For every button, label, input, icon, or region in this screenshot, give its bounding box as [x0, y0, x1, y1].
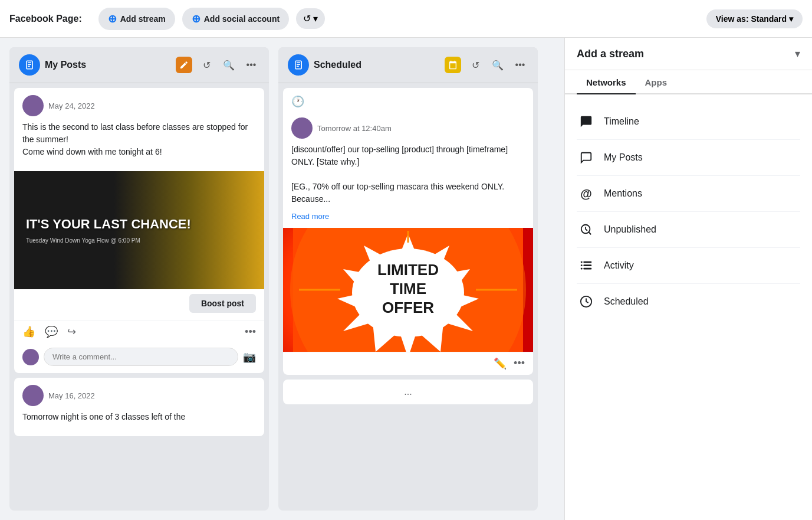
my-posts-body: May 24, 2022 This is the second to last …	[9, 83, 269, 511]
activity-icon	[577, 256, 596, 275]
view-as-button[interactable]: View as: Standard ▾	[706, 9, 803, 28]
svg-rect-15	[581, 268, 583, 270]
calendar-icon[interactable]	[445, 57, 461, 73]
scheduled-body: 🕐 Tomorrow at 12:40am [discount/offer] o…	[278, 83, 538, 511]
timeline-label: Timeline	[604, 116, 639, 127]
refresh-scheduled-icon[interactable]: ↺	[467, 57, 484, 73]
scheduled-list-label: Scheduled	[604, 296, 649, 307]
post-image-container: IT'S YOUR LAST CHANCE! Tuesday Wind Down…	[14, 171, 264, 289]
scheduled-post-footer: ✏️ •••	[283, 352, 533, 375]
my-posts-column: My Posts ↺ 🔍 •••	[9, 47, 269, 511]
add-social-account-button[interactable]: ⊕ Add social account	[182, 8, 289, 30]
tabs-row: Networks Apps	[565, 70, 812, 94]
mentions-label: Mentions	[604, 188, 642, 199]
svg-text:LIMITED: LIMITED	[377, 261, 439, 279]
stream-list-item-my-posts[interactable]: My Posts	[577, 140, 800, 176]
streams-area: My Posts ↺ 🔍 •••	[0, 38, 564, 520]
scheduled-column: Scheduled ↺ 🔍 ••• 🕐	[278, 47, 538, 511]
svg-rect-14	[583, 264, 591, 266]
scheduled-title: Scheduled	[314, 60, 440, 70]
post-date: May 24, 2022	[48, 102, 95, 110]
search-stream-icon[interactable]: 🔍	[221, 57, 237, 73]
ellipsis-bar: ...	[283, 380, 533, 404]
page-title: Facebook Page:	[9, 14, 82, 24]
stream-list-item-timeline[interactable]: Timeline	[577, 104, 800, 140]
comment-icon[interactable]: 💬	[45, 325, 58, 338]
search-scheduled-icon[interactable]: 🔍	[489, 57, 506, 73]
stream-list-item-scheduled[interactable]: Scheduled	[577, 284, 800, 319]
clock-icon: 🕐	[291, 95, 304, 108]
plus-icon-2: ⊕	[192, 12, 200, 25]
share-icon[interactable]: ↪	[67, 325, 76, 338]
boost-post-button[interactable]: Boost post	[189, 294, 256, 313]
post-actions: 👍 💬 ↪ •••	[14, 320, 264, 343]
scheduled-post-card: 🕐 Tomorrow at 12:40am [discount/offer] o…	[283, 88, 533, 375]
refresh-icon: ↺	[303, 13, 311, 24]
plus-icon: ⊕	[108, 12, 117, 25]
activity-label: Activity	[604, 260, 634, 271]
refresh-stream-icon[interactable]: ↺	[198, 57, 215, 73]
scheduled-more-icon[interactable]: •••	[514, 357, 525, 370]
post-2-meta: May 16, 2022	[22, 385, 256, 406]
post-card-inner: May 24, 2022 This is the second to last …	[14, 88, 264, 171]
post-card-2-inner: May 16, 2022 Tomorrow night is one of 3 …	[14, 378, 264, 436]
unpublished-icon	[577, 220, 596, 239]
scheduled-header: Scheduled ↺ 🔍 •••	[278, 47, 538, 83]
my-posts-stream-icon	[19, 54, 40, 76]
right-panel-header: Add a stream ▾	[565, 38, 812, 70]
my-posts-list-icon	[577, 148, 596, 167]
post-more-icon[interactable]: •••	[245, 326, 256, 338]
right-panel-chevron-icon[interactable]: ▾	[795, 47, 800, 60]
my-posts-header: My Posts ↺ 🔍 •••	[9, 47, 269, 83]
camera-icon[interactable]: 📷	[243, 351, 256, 364]
stream-list-item-unpublished[interactable]: Unpublished	[577, 212, 800, 248]
stream-list-item-activity[interactable]: Activity	[577, 248, 800, 284]
svg-rect-11	[581, 261, 583, 263]
my-posts-actions: ↺ 🔍 •••	[176, 57, 259, 73]
stream-list-item-mentions[interactable]: @ Mentions	[577, 176, 800, 212]
right-panel: Add a stream ▾ Networks Apps Timeline	[564, 38, 812, 520]
right-panel-title: Add a stream	[577, 48, 644, 60]
scheduled-actions: ↺ 🔍 •••	[445, 57, 528, 73]
read-more-link[interactable]: Read more	[291, 212, 329, 221]
top-bar: Facebook Page: ⊕ Add stream ⊕ Add social…	[0, 0, 812, 38]
unpublished-label: Unpublished	[604, 224, 656, 235]
scheduled-time-row: 🕐	[283, 88, 533, 110]
post-image-subtext: Tuesday Wind Down Yoga Flow @ 6:00 PM	[26, 237, 140, 244]
scheduled-post-meta: Tomorrow at 12:40am	[291, 117, 525, 139]
offer-svg: LIMITED TIME OFFER	[283, 228, 533, 352]
commenter-avatar	[22, 349, 39, 365]
scheduled-stream-icon	[288, 54, 309, 76]
edit-icon[interactable]: ✏️	[494, 357, 507, 370]
svg-rect-16	[583, 268, 591, 270]
post-2-text: Tomorrow night is one of 3 classes left …	[22, 411, 256, 423]
chevron-down-icon: ▾	[313, 13, 318, 24]
scheduled-time-text: Tomorrow at 12:40am	[317, 124, 392, 133]
timeline-icon	[577, 112, 596, 131]
like-icon[interactable]: 👍	[22, 325, 35, 338]
svg-rect-12	[583, 261, 591, 263]
comment-input[interactable]	[44, 348, 238, 366]
scheduled-avatar	[291, 117, 313, 139]
mentions-icon: @	[577, 184, 596, 203]
svg-rect-13	[581, 264, 583, 266]
scheduled-list-icon	[577, 292, 596, 311]
svg-text:TIME: TIME	[390, 280, 426, 297]
compose-icon[interactable]	[176, 57, 192, 73]
refresh-button[interactable]: ↺ ▾	[296, 8, 325, 29]
my-posts-title: My Posts	[45, 60, 171, 70]
svg-text:OFFER: OFFER	[382, 299, 434, 316]
my-posts-list-label: My Posts	[604, 152, 643, 163]
more-scheduled-icon[interactable]: •••	[512, 57, 528, 73]
post-2-date: May 16, 2022	[48, 391, 95, 400]
post-meta: May 24, 2022	[22, 95, 256, 116]
main-layout: My Posts ↺ 🔍 •••	[0, 38, 812, 520]
add-stream-button[interactable]: ⊕ Add stream	[98, 8, 175, 30]
tab-networks[interactable]: Networks	[577, 70, 636, 94]
avatar-2	[22, 385, 44, 406]
more-stream-icon[interactable]: •••	[243, 57, 259, 73]
comment-area: 📷	[14, 343, 264, 373]
post-card-2: May 16, 2022 Tomorrow night is one of 3 …	[14, 378, 264, 436]
tab-apps[interactable]: Apps	[636, 70, 677, 94]
scheduled-post-text: [discount/offer] our top-selling [produc…	[291, 143, 525, 205]
